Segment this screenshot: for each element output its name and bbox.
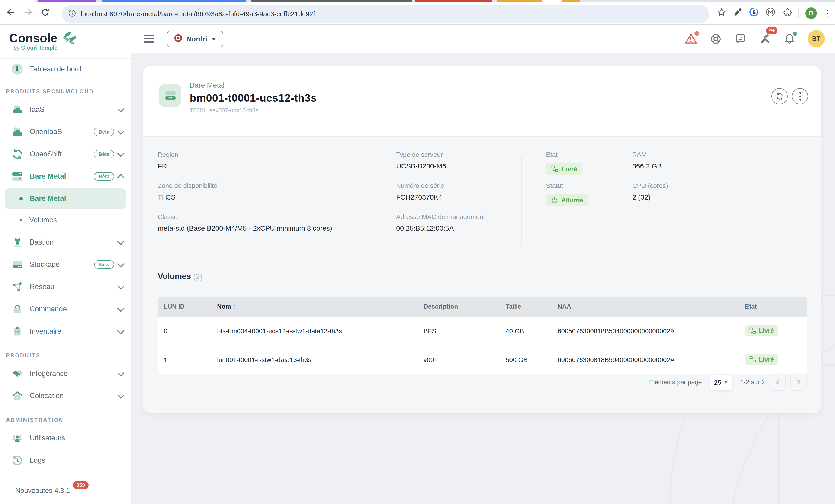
main-content: Bare Metal bm001-t0001-ucs12-th3s T0001_… [131, 53, 835, 504]
app-logo[interactable]: Console by Cloud Temple [0, 25, 131, 59]
user-avatar[interactable]: BT [808, 30, 825, 47]
eyedropper-extension-icon[interactable] [733, 7, 742, 19]
alerts-button[interactable] [685, 33, 697, 45]
browser-menu-icon[interactable]: ⋮ [823, 9, 831, 17]
users-icon [11, 432, 23, 444]
cell-nom: lun001-t0001-r-stw1-data13-th3s [217, 356, 424, 363]
sidebar-item-bastion[interactable]: Bastion [0, 231, 131, 254]
forward-icon[interactable] [23, 7, 34, 19]
sidebar-item-commande[interactable]: Commande [0, 298, 131, 320]
cell-lun: 1 [158, 356, 217, 363]
reload-icon[interactable] [41, 8, 49, 18]
browser-toolbar: localhost:8070/bare-metal/bare-metal/667… [0, 2, 835, 25]
sidebar-subitem-label: Volumes [29, 216, 57, 224]
sidebar-item-colocation[interactable]: Colocation [0, 385, 131, 407]
sidebar-item-label: Réseau [30, 283, 118, 291]
sidebar-item-bare-metal[interactable]: Bare Metal Bêta [0, 165, 131, 187]
sidebar-item-inventaire[interactable]: Inventaire [0, 320, 131, 343]
next-page-button[interactable] [791, 374, 807, 391]
cell-naa: 6005076300818B50400000000000002A [557, 356, 745, 363]
cloud-icon [11, 126, 23, 138]
column-header-taille[interactable]: Taille [506, 303, 557, 310]
privacy-extension-icon[interactable] [749, 7, 759, 19]
sidebar-subitem-volumes[interactable]: Volumes [5, 210, 126, 230]
chevron-down-icon [117, 127, 124, 134]
sidebar-item-reseau[interactable]: Réseau [0, 276, 131, 298]
sidebar-subitem-bare-metal[interactable]: Bare Metal [5, 188, 126, 209]
bookmark-star-icon[interactable] [717, 7, 727, 19]
refresh-button[interactable] [771, 88, 788, 104]
field-value: TH3S [158, 193, 217, 201]
sidebar-item-label: Commande [30, 305, 118, 313]
tenant-selector[interactable]: Nordri [167, 31, 223, 47]
sidebar-item-label: OpenShift [30, 150, 94, 158]
field-value: meta-std (Base B200-M4/M5 - 2xCPU minimu… [158, 224, 332, 232]
more-actions-button[interactable] [792, 88, 808, 104]
notifications-button[interactable] [783, 33, 796, 45]
power-icon [551, 197, 558, 203]
column-header-description[interactable]: Description [424, 303, 506, 310]
column-header-naa[interactable]: NAA [557, 303, 745, 310]
page-range: 1-2 sur 2 [740, 379, 765, 386]
sidebar-item-utilisateurs[interactable]: Utilisateurs [0, 427, 131, 449]
sidebar-item-dashboard[interactable]: Tableau de bord [0, 59, 131, 79]
support-button[interactable] [709, 33, 722, 45]
previous-page-button[interactable] [770, 374, 786, 391]
status-badge-delivered: Livré [745, 325, 778, 336]
column-header-nom[interactable]: Nom ↑ [217, 303, 424, 310]
browser-tab-segment[interactable] [497, 0, 542, 2]
delivered-icon [551, 165, 558, 173]
extensions-puzzle-icon[interactable] [782, 7, 792, 19]
field-label: Statut [546, 182, 588, 189]
browser-tab-segment[interactable] [542, 0, 562, 2]
chevron-left-icon [775, 379, 781, 385]
browser-tab-segment[interactable] [415, 0, 492, 2]
browser-tab-segment[interactable] [251, 0, 412, 2]
browser-tab-segment[interactable] [0, 0, 35, 2]
sidebar-item-infogerance[interactable]: Infogérance [0, 362, 131, 385]
chevron-right-icon [796, 379, 801, 385]
volumes-count: (2) [193, 273, 202, 280]
alert-dot-badge [694, 31, 699, 36]
clipboard-icon [11, 325, 23, 337]
sidebar-item-iaas[interactable]: IaaS [0, 98, 131, 121]
breadcrumb-product: Bare Metal [190, 81, 317, 89]
sort-arrow-icon: ↑ [233, 303, 236, 310]
field-label: Classe [158, 213, 332, 220]
bullet-icon [20, 219, 22, 221]
column-header-etat[interactable]: Etat [745, 303, 807, 310]
rook-icon [11, 236, 23, 248]
per-page-select[interactable]: 25 [710, 374, 732, 390]
table-row[interactable]: 0 bfs-bm004-t0001-ucs12-r-stw1-data13-th… [158, 317, 807, 345]
tools-button[interactable]: 9+ [758, 33, 771, 45]
hamburger-menu-icon[interactable] [144, 35, 154, 43]
m-extension-icon[interactable] [766, 7, 776, 19]
browser-tab-segment[interactable] [562, 0, 580, 2]
browser-tab-segment[interactable] [38, 0, 97, 2]
sidebar-footer-news[interactable]: Nouveautés 4.3.1 359 [0, 476, 131, 504]
site-info-icon[interactable] [68, 9, 76, 19]
status-badge-delivered: Livré [546, 163, 583, 175]
address-bar[interactable]: localhost:8070/bare-metal/bare-metal/667… [62, 5, 709, 23]
browser-profile-avatar[interactable]: B [805, 7, 817, 19]
storage-box-icon [11, 259, 23, 270]
sidebar-item-openiaas[interactable]: OpenIaaS Bêta [0, 121, 131, 143]
house-icon [11, 390, 23, 402]
table-row[interactable]: 1 lun001-t0001-r-stw1-data13-th3s v001 5… [158, 345, 807, 374]
feedback-button[interactable] [734, 33, 747, 45]
cell-description: BFS [424, 327, 506, 335]
column-header-lun[interactable]: LUN ID [158, 303, 217, 310]
field-value: 00:25:B5:12:00:5A [396, 224, 485, 232]
sidebar-item-openshift[interactable]: OpenShift Bêta [0, 143, 131, 165]
tenant-name: Nordri [186, 35, 207, 43]
field-label: Adresse MAC de management [396, 213, 485, 220]
sidebar-item-logs[interactable]: Logs [0, 449, 131, 471]
back-icon[interactable] [5, 7, 16, 19]
sidebar-item-label: Bastion [30, 238, 118, 246]
browser-tab-segment[interactable] [102, 0, 246, 2]
delivered-icon [749, 356, 756, 363]
logo-title: Console [9, 32, 58, 44]
sidebar-item-stockage[interactable]: Stockage New [0, 254, 131, 276]
news-label: Nouveautés 4.3.1 [15, 486, 70, 494]
field-label: RAM [632, 151, 662, 158]
